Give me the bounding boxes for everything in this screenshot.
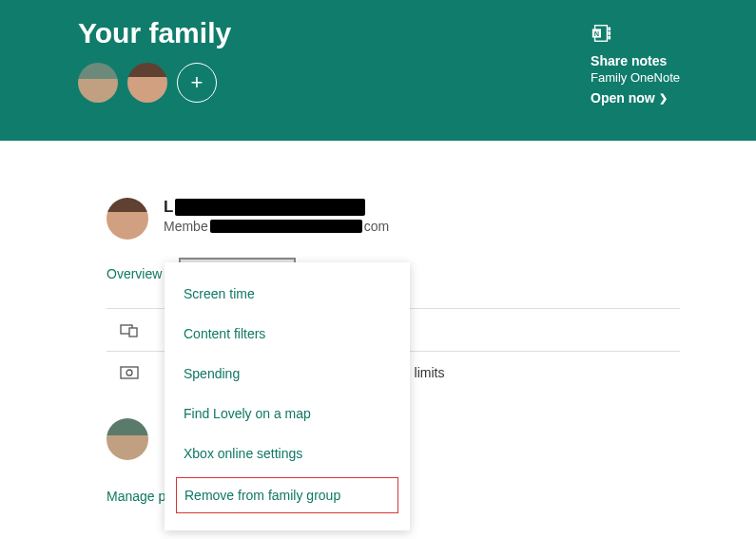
plus-icon: + <box>191 70 204 95</box>
share-title: Share notes <box>591 53 680 68</box>
open-now-label: Open now <box>591 90 655 106</box>
avatar[interactable] <box>127 63 167 103</box>
dropdown-item-spending[interactable]: Spending <box>165 354 410 394</box>
main-content: L Membe com Overview More options ⌄ Scre… <box>0 141 756 504</box>
member-info: L Membe com <box>164 198 389 234</box>
tab-overview[interactable]: Overview <box>107 257 162 291</box>
member-role: Membe com <box>164 219 389 234</box>
dropdown-item-content-filters[interactable]: Content filters <box>165 314 410 354</box>
money-icon <box>116 366 143 379</box>
dropdown-item-screen-time[interactable]: Screen time <box>165 274 410 314</box>
name-first-letter: L <box>164 198 173 217</box>
email-suffix: com <box>364 219 389 234</box>
member-avatar[interactable] <box>107 198 148 240</box>
share-panel: N Share notes Family OneNote Open now ❯ <box>591 17 718 112</box>
dropdown-item-xbox-settings[interactable]: Xbox online settings <box>165 433 410 473</box>
redacted-email <box>210 220 362 233</box>
page-title: Your family <box>78 17 231 49</box>
member2-avatar[interactable] <box>107 418 148 460</box>
dropdown-item-remove-from-family[interactable]: Remove from family group <box>176 477 398 513</box>
manage-permissions-link[interactable]: Manage pe <box>107 489 173 504</box>
svg-rect-8 <box>121 367 138 378</box>
svg-rect-4 <box>608 31 611 35</box>
header-left: Your family + <box>78 17 231 112</box>
avatar-row: + <box>78 63 231 103</box>
devices-icon <box>116 322 143 337</box>
header: Your family + N Share notes Family OneNo… <box>0 0 756 141</box>
member-header: L Membe com <box>107 198 680 240</box>
svg-rect-5 <box>608 36 611 40</box>
dropdown-item-find-on-map[interactable]: Find Lovely on a map <box>165 394 410 433</box>
avatar[interactable] <box>78 63 118 103</box>
redacted-name <box>175 199 365 216</box>
onenote-icon: N <box>591 23 680 48</box>
add-member-button[interactable]: + <box>177 63 217 103</box>
member-name: L <box>164 198 389 217</box>
member2-top <box>107 418 148 460</box>
share-subtitle: Family OneNote <box>591 70 680 85</box>
svg-text:N: N <box>594 29 599 38</box>
role-prefix: Membe <box>164 219 208 234</box>
more-options-dropdown: Screen time Content filters Spending Fin… <box>165 262 410 530</box>
chevron-right-icon: ❯ <box>659 92 668 105</box>
open-now-link[interactable]: Open now ❯ <box>591 90 680 106</box>
svg-point-9 <box>126 370 132 375</box>
svg-rect-3 <box>608 28 611 31</box>
svg-rect-7 <box>129 328 137 337</box>
